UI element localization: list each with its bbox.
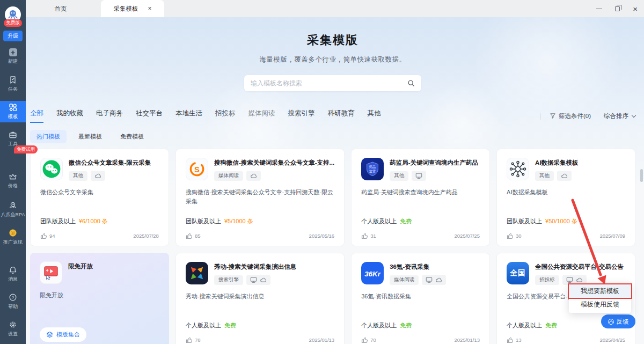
- window-restore-button[interactable]: [615, 6, 620, 11]
- price-label: 免费: [224, 321, 236, 330]
- vertical-scrollbar[interactable]: [640, 169, 643, 182]
- svg-text:S: S: [194, 165, 200, 174]
- card-description: 限免开放: [40, 291, 159, 300]
- tier-label: 团队版及以上: [507, 217, 542, 225]
- card-description: 36氪-资讯数据采集: [361, 292, 480, 301]
- thumbs-up-icon: [361, 336, 368, 343]
- category-search-engine[interactable]: 搜索引擎: [288, 109, 315, 122]
- like-button[interactable]: 78: [186, 336, 201, 343]
- monitor-icon: [250, 276, 257, 283]
- card-description: AI数据采集模板: [507, 188, 625, 197]
- showstart-icon: [186, 262, 208, 284]
- tab-close-icon[interactable]: ×: [148, 5, 151, 12]
- template-card-showstart[interactable]: 秀动-搜索关键词采集演出信息 搜索引擎 秀动-搜索关键词采集演出信息 个人版及以…: [175, 253, 345, 344]
- cloud-icon: [561, 172, 568, 179]
- template-card-nmpa[interactable]: 药品监管 药监局-关键词查询境内生产药品 其他 药监局-关键词搜索查询境内生产药…: [351, 149, 490, 246]
- category-media[interactable]: 媒体阅读: [248, 109, 275, 122]
- subtab-hot[interactable]: 热门模板: [30, 130, 67, 143]
- tab-home[interactable]: 首页: [26, 0, 96, 17]
- price-label: ¥50/1000 条: [545, 217, 577, 225]
- category-ecommerce[interactable]: 电子商务: [96, 109, 123, 122]
- task-icon: [9, 76, 17, 84]
- menu-item-template-feedback[interactable]: 模板使用反馈: [569, 298, 631, 311]
- subtab-newest[interactable]: 最新模板: [72, 130, 108, 143]
- sidebar-item-rpa[interactable]: 八爪鱼RPA: [0, 199, 26, 221]
- limited-free-icon: [40, 261, 62, 284]
- sort-dropdown[interactable]: 综合排序: [604, 112, 635, 120]
- hero-section: 采集模版 海量模版，覆盖多个行业，简单快速获取数据。: [30, 17, 635, 91]
- template-card-sogou[interactable]: S 搜狗微信-搜索关键词采集公众号文章-支持... 媒体阅读 搜狗微信-搜索关键…: [175, 149, 345, 246]
- template-card-wechat[interactable]: 微信公众号文章采集-限云采集 其他 微信公众号文章采集 团队版及以上 ¥6/10…: [30, 149, 169, 246]
- coin-icon: [9, 229, 17, 237]
- price-label: 免费: [545, 321, 557, 330]
- card-date: 2025/01/13: [309, 337, 335, 343]
- like-button[interactable]: 85: [186, 232, 201, 239]
- category-bidding[interactable]: 招投标: [215, 109, 236, 122]
- template-card-36kr[interactable]: 36Kr 36氪-资讯采集 媒体阅读 36氪-资讯数据采集 个人版及以上: [351, 253, 490, 344]
- category-other[interactable]: 其他: [368, 109, 381, 122]
- card-description: 搜狗微信-搜索关键词采集公众号文章-支持回溯天数-限云采集: [186, 188, 334, 206]
- thumbs-up-icon: [186, 336, 193, 343]
- template-collection-button[interactable]: 模版集合: [40, 327, 86, 342]
- menu-item-request-new-template[interactable]: 我想要新模板: [569, 284, 631, 298]
- sidebar-item-settings[interactable]: 设置: [0, 318, 26, 340]
- svg-text:?: ?: [12, 295, 14, 300]
- card-title: 秀动-搜索关键词采集演出信息: [214, 263, 296, 271]
- sidebar-item-templates[interactable]: 模板: [0, 101, 26, 122]
- tier-label: 个人版及以上: [507, 321, 542, 330]
- sidebar: 免费版 升级 新建 任务 模板 工具 价格 八爪鱼RPA 推广返现: [0, 0, 26, 344]
- search-icon[interactable]: [407, 79, 415, 87]
- like-button[interactable]: 31: [361, 232, 376, 239]
- sidebar-item-help[interactable]: ? 帮助: [0, 291, 26, 312]
- filter-conditions-button[interactable]: 筛选条件(0): [550, 112, 591, 120]
- template-card-ai[interactable]: AI数据采集模板 其他 AI数据采集模板 团队版及以上 ¥50/1000 条: [496, 149, 635, 246]
- sidebar-item-tasks[interactable]: 任务: [0, 74, 26, 95]
- card-date: 2025/07/09: [599, 233, 625, 239]
- like-button[interactable]: 70: [361, 336, 376, 343]
- category-local-life[interactable]: 本地生活: [175, 109, 202, 122]
- category-all[interactable]: 全部: [30, 109, 43, 123]
- template-search[interactable]: [244, 75, 421, 91]
- sidebar-item-pricing[interactable]: 价格: [0, 170, 26, 192]
- sidebar-item-messages[interactable]: 消息: [0, 264, 26, 285]
- template-card-limited-free[interactable]: 限免开放 限免开放 模版集合: [30, 253, 169, 344]
- sidebar-item-promo[interactable]: 推广返现: [0, 226, 26, 248]
- window-close-button[interactable]: ×: [633, 5, 638, 13]
- card-title: 全国公共资源交易平台-交易公告: [535, 263, 624, 271]
- page-subtitle: 海量模版，覆盖多个行业，简单快速获取数据。: [30, 55, 635, 64]
- like-button[interactable]: 13: [507, 336, 522, 343]
- page-content: 采集模版 海量模版，覆盖多个行业，简单快速获取数据。 全部 我的收藏 电子商务 …: [26, 17, 644, 344]
- search-input[interactable]: [251, 79, 407, 87]
- nmpa-shield-icon: 药品监管: [361, 158, 384, 180]
- main-area: 首页 采集模板 × × 采集模版 海量模版，覆盖多个行业，简单快速获取数据。: [26, 0, 644, 344]
- plus-icon: [9, 48, 17, 56]
- card-title: 微信公众号文章采集-限云采集: [69, 159, 151, 167]
- card-date: 2025/04/25: [599, 337, 625, 343]
- sidebar-item-new[interactable]: 新建: [0, 46, 26, 67]
- category-research[interactable]: 科研教育: [328, 109, 355, 122]
- card-date: 2025/05/16: [309, 233, 335, 239]
- price-label: ¥6/1000 条: [79, 217, 108, 225]
- feedback-context-menu: 我想要新模板 模板使用反馈: [569, 283, 631, 313]
- upgrade-button[interactable]: 升级: [3, 31, 23, 41]
- window-minimize-button[interactable]: [596, 9, 602, 9]
- like-button[interactable]: 94: [40, 232, 55, 239]
- card-date: 2025/07/28: [133, 233, 159, 239]
- ai-network-icon: [507, 158, 529, 180]
- category-favorites[interactable]: 我的收藏: [56, 109, 83, 122]
- bell-icon: [9, 266, 17, 274]
- tab-collect-templates[interactable]: 采集模板 ×: [101, 0, 164, 17]
- tier-label: 个人版及以上: [361, 321, 397, 330]
- filter-bar: 全部 我的收藏 电子商务 社交平台 本地生活 招投标 媒体阅读 搜索引擎 科研教…: [30, 109, 635, 123]
- free-trial-badge: 免费试用: [14, 145, 38, 153]
- feedback-button[interactable]: 反馈: [601, 314, 635, 328]
- help-icon: ?: [9, 293, 17, 302]
- cloud-icon: [435, 276, 442, 283]
- account-tier-badge: 免费版: [4, 19, 22, 27]
- category-social[interactable]: 社交平台: [136, 109, 163, 122]
- subtab-free[interactable]: 免费模板: [114, 130, 150, 143]
- price-label: ¥5/1000 条: [224, 217, 253, 225]
- tier-label: 团队版及以上: [40, 217, 76, 225]
- like-button[interactable]: 30: [507, 232, 522, 239]
- funnel-icon: [550, 113, 556, 119]
